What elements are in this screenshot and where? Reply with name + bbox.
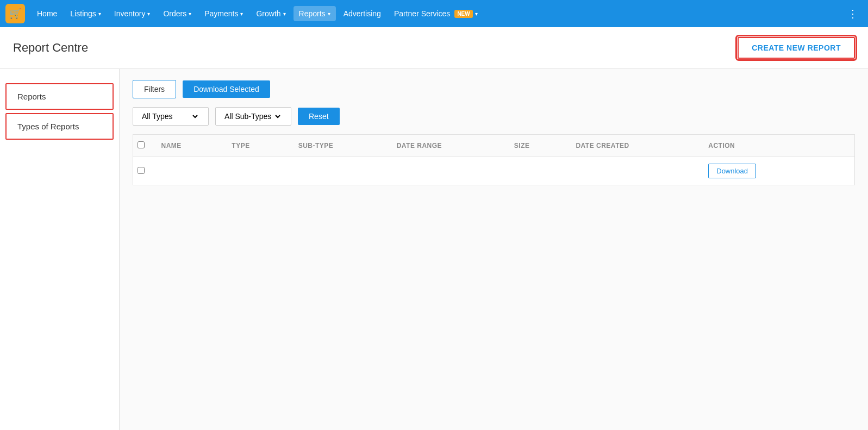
col-date-created: DATE CREATED — [567, 135, 700, 157]
new-badge: NEW — [454, 10, 472, 18]
col-name: NAME — [153, 135, 223, 157]
page-title: Report Centre — [13, 41, 88, 55]
sidebar: Reports Types of Reports — [0, 69, 120, 430]
chevron-down-icon: ▾ — [475, 11, 478, 17]
select-all-checkbox[interactable] — [138, 141, 145, 148]
all-types-select[interactable]: All Types — [140, 111, 199, 121]
row-size — [505, 157, 567, 185]
chevron-down-icon: ▾ — [240, 11, 243, 17]
nav-home[interactable]: Home — [32, 6, 63, 21]
chevron-down-icon: ▾ — [189, 11, 191, 17]
all-subtypes-select[interactable]: All Sub-Types — [222, 111, 282, 121]
toolbar: Filters Download Selected — [133, 80, 855, 98]
filters-row: All Types All Sub-Types Reset — [133, 107, 855, 126]
col-extra — [822, 135, 855, 157]
more-options-icon[interactable]: ⋮ — [843, 7, 863, 20]
select-all-header — [133, 135, 153, 157]
download-button[interactable]: Download — [708, 164, 756, 178]
row-checkbox[interactable] — [138, 167, 145, 174]
nav-reports[interactable]: Reports ▾ — [294, 6, 336, 21]
filters-button[interactable]: Filters — [133, 80, 176, 98]
sidebar-item-types-of-reports[interactable]: Types of Reports — [5, 113, 114, 140]
row-extra — [822, 157, 855, 185]
col-subtype: SUB-TYPE — [290, 135, 388, 157]
nav-inventory[interactable]: Inventory ▾ — [109, 6, 156, 21]
col-size: SIZE — [505, 135, 567, 157]
reports-table: NAME TYPE SUB-TYPE DATE RANGE SIZE — [133, 134, 855, 185]
row-date-created — [567, 157, 700, 185]
page-header: Report Centre CREATE NEW REPORT — [0, 27, 868, 69]
table-header: NAME TYPE SUB-TYPE DATE RANGE SIZE — [133, 135, 855, 157]
all-subtypes-filter[interactable]: All Sub-Types — [215, 107, 291, 126]
reset-button[interactable]: Reset — [298, 108, 340, 125]
table-header-row: NAME TYPE SUB-TYPE DATE RANGE SIZE — [133, 135, 855, 157]
nav-growth[interactable]: Growth ▾ — [251, 6, 291, 21]
all-types-filter[interactable]: All Types — [133, 107, 209, 126]
row-action: Download — [700, 157, 821, 185]
content-area: Filters Download Selected All Types All … — [120, 69, 868, 430]
nav-partner-services[interactable]: Partner Services NEW ▾ — [389, 6, 483, 21]
top-navigation: 🛒 Home Listings ▾ Inventory ▾ Orders ▾ P… — [0, 0, 868, 27]
table-body: Download — [133, 157, 855, 185]
chevron-down-icon: ▾ — [328, 11, 330, 17]
col-action: ACTION — [700, 135, 821, 157]
topnav-right: ⋮ — [843, 7, 863, 20]
table-row: Download — [133, 157, 855, 185]
nav-orders[interactable]: Orders ▾ — [158, 6, 197, 21]
chevron-down-icon: ▾ — [98, 11, 101, 17]
nav-payments[interactable]: Payments ▾ — [199, 6, 248, 21]
nav-advertising[interactable]: Advertising — [338, 6, 386, 21]
row-checkbox-cell — [133, 157, 153, 185]
row-subtype — [290, 157, 388, 185]
row-name — [153, 157, 223, 185]
chevron-down-icon: ▾ — [283, 11, 286, 17]
row-type — [223, 157, 289, 185]
col-date-range: DATE RANGE — [388, 135, 505, 157]
chevron-down-icon: ▾ — [147, 11, 150, 17]
download-selected-button[interactable]: Download Selected — [183, 80, 270, 98]
create-new-report-button[interactable]: CREATE NEW REPORT — [738, 37, 855, 59]
nav-items: Home Listings ▾ Inventory ▾ Orders ▾ Pay… — [32, 6, 843, 21]
main-layout: Reports Types of Reports Filters Downloa… — [0, 69, 868, 430]
row-date-range — [388, 157, 505, 185]
brand-logo[interactable]: 🛒 — [5, 4, 25, 23]
nav-listings[interactable]: Listings ▾ — [65, 6, 106, 21]
col-type: TYPE — [223, 135, 289, 157]
sidebar-item-reports[interactable]: Reports — [5, 83, 114, 110]
